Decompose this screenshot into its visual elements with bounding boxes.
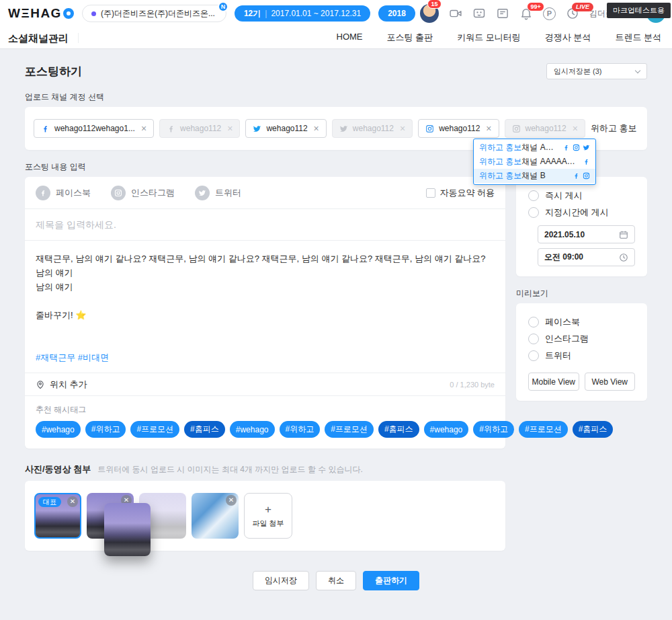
hashtag-pill[interactable]: #프로모션 bbox=[325, 421, 374, 438]
hashtag-pill[interactable]: #wehago bbox=[36, 421, 81, 438]
suggest-item[interactable]: 위하고 홍보채널 AAAAAAAA... bbox=[474, 141, 595, 155]
hashtag-pill[interactable]: #wehago bbox=[230, 421, 275, 438]
attachment-thumbnail-dragging[interactable] bbox=[104, 503, 151, 556]
title-row bbox=[25, 209, 505, 241]
live-clock-icon[interactable]: LIVE bbox=[566, 7, 579, 20]
fiscal-term: 12기 bbox=[244, 8, 261, 20]
remove-tag-icon[interactable]: × bbox=[400, 124, 405, 133]
channel-tag[interactable]: wehago112 × bbox=[505, 119, 585, 138]
nav-item-trend[interactable]: 트렌드 분석 bbox=[615, 32, 661, 44]
video-call-icon[interactable] bbox=[449, 7, 462, 20]
attachment-thumbnail[interactable]: ✕ bbox=[192, 493, 239, 539]
news-feed-icon[interactable] bbox=[496, 7, 509, 20]
cancel-button[interactable]: 취소 bbox=[316, 571, 356, 590]
remove-attachment-icon[interactable]: ✕ bbox=[226, 495, 237, 506]
instagram-icon bbox=[425, 124, 434, 133]
location-pin-icon bbox=[36, 380, 45, 389]
channel-tag[interactable]: wehago112 × bbox=[159, 119, 240, 138]
hashtag-pill[interactable]: #wehago bbox=[424, 421, 469, 438]
notification-bell-icon[interactable]: 99+ bbox=[519, 7, 533, 20]
avatar-count-badge: 15 bbox=[427, 0, 442, 9]
tab-twitter[interactable]: 트위터 bbox=[195, 186, 241, 200]
remove-tag-icon[interactable]: × bbox=[314, 124, 319, 133]
fiscal-period-pill[interactable]: 12기 | 2017.01.01 ~ 2017.12.31 bbox=[235, 5, 370, 22]
fiscal-range: 2017.01.01 ~ 2017.12.31 bbox=[271, 9, 361, 18]
facebook-icon bbox=[41, 124, 50, 133]
post-body-editor[interactable]: 재택근무, 남의 얘기 같나요? 재택근무, 남의 얘기 같나요? 재택근무, … bbox=[25, 241, 505, 373]
profile-avatar-button[interactable]: 15 bbox=[420, 4, 439, 23]
hashtag-pill[interactable]: #프로모션 bbox=[130, 421, 179, 438]
instagram-icon bbox=[583, 172, 590, 180]
publish-button[interactable]: 출판하기 bbox=[363, 571, 419, 590]
channel-suggest-dropdown: 위하고 홍보채널 AAAAAAAA... 위하고 홍보채널 AAAAAAAAAA… bbox=[473, 139, 596, 185]
point-icon[interactable]: P bbox=[543, 7, 556, 20]
composer-tabs: 페이스북 인스타그램 트위터 자동요약 허용 bbox=[25, 177, 505, 209]
web-view-button[interactable]: Web View bbox=[585, 373, 636, 391]
nav-menu: HOME 포스팅 출판 키워드 모니터링 경쟁사 분석 트렌드 분석 bbox=[337, 32, 662, 44]
fiscal-year-pill[interactable]: 2018 bbox=[378, 5, 415, 22]
remove-attachment-icon[interactable]: ✕ bbox=[67, 496, 78, 507]
hashtag-pill[interactable]: #홈피스 bbox=[378, 421, 419, 438]
facebook-icon bbox=[562, 144, 570, 151]
bell-count-badge: 99+ bbox=[527, 2, 544, 11]
fiscal-separator: | bbox=[265, 9, 267, 18]
recommended-hashtags-section: 추천 해시태그 #wehago #위하고 #프로모션 #홈피스 #wehago … bbox=[25, 395, 505, 449]
preview-twitter-radio[interactable] bbox=[528, 350, 539, 361]
tab-facebook[interactable]: 페이스북 bbox=[36, 186, 91, 200]
remove-tag-icon[interactable]: × bbox=[486, 124, 491, 133]
preview-facebook-radio[interactable] bbox=[528, 317, 539, 327]
preview-facebook-option[interactable]: 페이스북 bbox=[528, 313, 635, 330]
nav-item-competitor[interactable]: 경쟁사 분석 bbox=[545, 32, 591, 44]
mobile-view-button[interactable]: Mobile View bbox=[528, 373, 579, 391]
post-title-input[interactable] bbox=[36, 219, 495, 230]
hashtag-pill[interactable]: #위하고 bbox=[85, 421, 126, 438]
channel-search-input[interactable] bbox=[591, 124, 638, 134]
auto-summary-checkbox[interactable] bbox=[426, 188, 435, 198]
remove-tag-icon[interactable]: × bbox=[141, 124, 146, 133]
save-draft-button[interactable]: 임시저장 bbox=[253, 571, 309, 590]
hashtag-pill[interactable]: #홈피스 bbox=[573, 421, 614, 438]
channel-tag[interactable]: wehago112wehago1... × bbox=[34, 119, 154, 138]
preview-instagram-option[interactable]: 인스타그램 bbox=[528, 330, 635, 347]
chat-icon[interactable] bbox=[472, 7, 486, 20]
company-name: (주)더존비즈온(주)더존비즈온... bbox=[101, 8, 215, 20]
inline-hashtags: #재택근무 #비대면 bbox=[36, 350, 495, 364]
attachments-box: 대표 ✕ ✕ ✕ + 파일 첨부 bbox=[25, 481, 505, 551]
preview-instagram-radio[interactable] bbox=[528, 334, 539, 344]
company-dot-icon bbox=[91, 11, 96, 16]
attachment-thumbnail[interactable]: 대표 ✕ bbox=[34, 493, 81, 539]
publish-now-radio[interactable] bbox=[528, 190, 539, 201]
company-selector[interactable]: (주)더존비즈온(주)더존비즈온... N bbox=[82, 5, 226, 22]
hashtag-pill[interactable]: #위하고 bbox=[473, 421, 514, 438]
nav-item-home[interactable]: HOME bbox=[337, 32, 363, 44]
channel-tag[interactable]: wehago112 × bbox=[418, 119, 499, 138]
channel-tag[interactable]: wehago112 × bbox=[332, 119, 413, 138]
publish-now-option[interactable]: 즉시 게시 bbox=[528, 187, 635, 204]
remove-tag-icon[interactable]: × bbox=[573, 124, 578, 133]
channel-tag[interactable]: wehago112 × bbox=[245, 119, 326, 138]
add-location-button[interactable]: 위치 추가 bbox=[50, 379, 87, 391]
suggest-item[interactable]: 위하고 홍보채널 B bbox=[474, 169, 595, 183]
tab-instagram[interactable]: 인스타그램 bbox=[111, 186, 175, 200]
hashtag-pill[interactable]: #홈피스 bbox=[184, 421, 225, 438]
preview-twitter-option[interactable]: 트위터 bbox=[528, 347, 635, 364]
suggest-item[interactable]: 위하고 홍보채널 AAAAAAAAAAAAAA... bbox=[474, 155, 595, 169]
service-nav: 소셜채널관리 HOME 포스팅 출판 키워드 모니터링 경쟁사 분석 트렌드 분… bbox=[0, 27, 672, 49]
schedule-time-input[interactable]: 오전 09:00 bbox=[538, 248, 635, 266]
publish-scheduled-radio[interactable] bbox=[528, 207, 539, 218]
file-attach-button[interactable]: + 파일 첨부 bbox=[244, 493, 292, 539]
wehago-logo[interactable]: WΞHAG bbox=[8, 6, 74, 21]
hashtag-pill[interactable]: #프로모션 bbox=[519, 421, 568, 438]
nav-item-posting[interactable]: 포스팅 출판 bbox=[387, 32, 433, 44]
preview-section-label: 미리보기 bbox=[516, 288, 647, 298]
draft-select[interactable]: 임시저장본 (3) bbox=[546, 63, 647, 79]
recommended-hashtags-label: 추천 해시태그 bbox=[36, 405, 495, 414]
location-row: 위치 추가 0 / 1,230 byte bbox=[25, 373, 505, 395]
schedule-date-input[interactable]: 2021.05.10 bbox=[538, 225, 635, 243]
composer-section-label: 포스팅 내용 입력 bbox=[25, 162, 505, 171]
remove-tag-icon[interactable]: × bbox=[227, 124, 233, 133]
instagram-icon bbox=[111, 186, 126, 200]
publish-scheduled-option[interactable]: 지정시간에 게시 bbox=[528, 204, 635, 221]
nav-item-keyword[interactable]: 키워드 모니터링 bbox=[457, 32, 521, 44]
hashtag-pill[interactable]: #위하고 bbox=[280, 421, 321, 438]
